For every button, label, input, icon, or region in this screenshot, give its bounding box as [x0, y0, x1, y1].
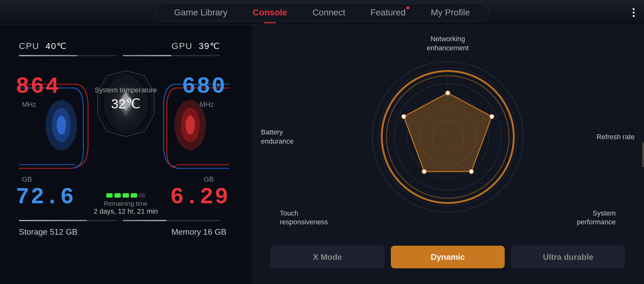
- more-dot-1: [633, 8, 635, 10]
- svg-point-36: [490, 114, 494, 119]
- cpu-mhz-value: 864: [16, 74, 60, 100]
- nav-connect[interactable]: Connect: [313, 8, 345, 18]
- svg-point-12: [181, 108, 200, 142]
- radar-label-touch: Touchresponsiveness: [280, 209, 328, 227]
- svg-point-13: [186, 116, 195, 134]
- memory-bar-fill: [123, 220, 167, 221]
- storage-gb-unit: GB: [22, 175, 32, 183]
- gpu-mhz-value: 680: [182, 74, 226, 100]
- dynamic-mode-button[interactable]: Dynamic: [391, 246, 505, 268]
- svg-marker-34: [404, 93, 492, 172]
- cpu-progress-fill: [19, 55, 77, 56]
- cpu-progress-bar: [19, 55, 116, 56]
- memory-value: 6.29: [170, 184, 230, 210]
- gpu-mhz-unit: MHz: [200, 101, 214, 109]
- battery-cell-1: [106, 193, 113, 198]
- right-panel: Networkingenhancement Refresh rate Syste…: [252, 25, 644, 284]
- gpu-progress-fill: [123, 55, 171, 56]
- storage-bar-fill: [19, 220, 87, 221]
- battery-cell-5: [139, 193, 145, 198]
- memory-gb-unit: GB: [204, 175, 214, 183]
- radar-label-system-performance: Systemperformance: [577, 209, 616, 227]
- remaining-value: 2 days, 12 hr, 21 min: [94, 207, 158, 216]
- radar-chart: [360, 49, 536, 225]
- system-temp-label: System temperature: [95, 86, 157, 94]
- svg-point-9: [52, 108, 71, 142]
- gpu-label: GPU 39℃: [172, 41, 220, 51]
- mode-buttons: X Mode Dynamic Ultra durable: [261, 239, 635, 275]
- more-menu-button[interactable]: [633, 8, 635, 17]
- main-content: CPU 40℃ GPU 39℃ 864 680 MHz MHz System t…: [0, 25, 644, 284]
- svg-point-39: [402, 114, 406, 119]
- cpu-mhz-unit: MHz: [22, 101, 36, 109]
- svg-point-8: [46, 100, 77, 150]
- svg-point-35: [446, 91, 450, 95]
- storage-value: 72.6: [16, 184, 75, 210]
- nav-game-library[interactable]: Game Library: [174, 8, 228, 18]
- memory-bar: [123, 220, 220, 221]
- nav-console[interactable]: Console: [253, 8, 287, 18]
- svg-point-37: [469, 169, 474, 174]
- remaining-label: Remaining time: [104, 200, 148, 207]
- scroll-indicator[interactable]: [642, 142, 644, 167]
- battery-display: Remaining time 2 days, 12 hr, 21 min: [94, 193, 158, 216]
- center-display: System temperature 32℃ Remaining time 2 …: [75, 63, 176, 245]
- gpu-progress-bar: [123, 55, 220, 56]
- battery-cell-3: [123, 193, 129, 198]
- radar-container: Networkingenhancement Refresh rate Syste…: [261, 35, 635, 239]
- ultra-durable-button[interactable]: Ultra durable: [511, 246, 625, 268]
- featured-badge: [406, 6, 409, 9]
- system-temp-value: 32℃: [95, 96, 157, 112]
- nav-bar: Game Library Console Connect Featured My…: [0, 0, 644, 25]
- battery-cell-2: [114, 193, 121, 198]
- battery-cells: [106, 193, 145, 198]
- battery-cell-4: [131, 193, 137, 198]
- radar-label-refresh: Refresh rate: [597, 133, 635, 142]
- storage-label: Storage 512 GB: [19, 227, 77, 237]
- radar-label-networking: Networkingenhancement: [427, 35, 469, 52]
- x-mode-button[interactable]: X Mode: [270, 246, 385, 268]
- nav-my-profile[interactable]: My Profile: [431, 8, 470, 18]
- more-dot-3: [633, 15, 635, 17]
- nav-featured[interactable]: Featured: [370, 8, 406, 18]
- memory-label: Memory 16 GB: [171, 227, 226, 237]
- more-dot-2: [633, 12, 635, 14]
- radar-label-battery: Batteryendurance: [261, 128, 294, 146]
- svg-point-10: [57, 116, 66, 134]
- storage-bar: [19, 220, 116, 221]
- left-panel: CPU 40℃ GPU 39℃ 864 680 MHz MHz System t…: [0, 25, 252, 284]
- svg-point-38: [422, 169, 426, 174]
- cpu-label: CPU 40℃: [19, 41, 67, 51]
- nav-inner: Game Library Console Connect Featured My…: [155, 3, 489, 22]
